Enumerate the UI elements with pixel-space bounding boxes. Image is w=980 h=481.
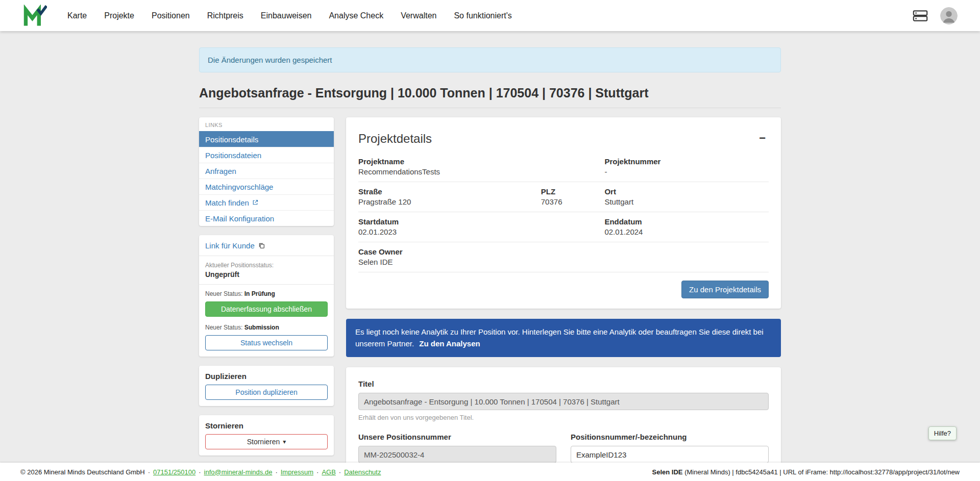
- startdatum-label: Startdatum: [358, 217, 604, 226]
- project-details-card: Projektdetails − Projektname Recommendat…: [346, 117, 781, 309]
- nav-item-verwalten[interactable]: Verwalten: [401, 11, 436, 20]
- projektname-value: RecommendationsTests: [358, 167, 604, 176]
- links-heading: LINKS: [199, 117, 334, 131]
- customer-link[interactable]: Link für Kunde: [205, 241, 328, 250]
- plz-label: PLZ: [541, 187, 605, 196]
- titel-input: [358, 393, 769, 410]
- go-to-project-details-button[interactable]: Zu den Projektdetails: [681, 281, 769, 298]
- duplicate-heading: Duplizieren: [205, 372, 328, 381]
- project-row-owner: Case Owner Selen IDE: [358, 242, 769, 272]
- footer: © 2026 Mineral Minds Deutschland GmbH 07…: [0, 463, 980, 481]
- page-title: Angebotsanfrage - Entsorgung | 10.000 To…: [199, 86, 781, 100]
- caret-down-icon: ▾: [283, 439, 286, 445]
- project-row-name-number: Projektname RecommendationsTests Projekt…: [358, 152, 769, 182]
- next-status-value: In Prüfung: [244, 290, 275, 297]
- cancel-dropdown-button[interactable]: Stornieren ▾: [205, 434, 328, 449]
- nav-item-so-funktionierts[interactable]: So funktioniert's: [454, 11, 511, 20]
- nav-item-karte[interactable]: Karte: [67, 11, 87, 20]
- title-divider: [199, 108, 781, 108]
- nav-right: [913, 7, 958, 24]
- position-number-label: Positionsnummer/-bezeichnung: [571, 433, 769, 441]
- current-status-label: Aktueller Positionsstatus:: [205, 262, 328, 269]
- sidebar: LINKS Positionsdetails Positionsdateien …: [199, 117, 334, 465]
- project-row-dates: Startdatum 02.01.2023 Enddatum 02.01.202…: [358, 212, 769, 242]
- ort-value: Stuttgart: [604, 197, 769, 206]
- next-status-1: Neuer Status: In Prüfung: [205, 290, 328, 297]
- enddatum-value: 02.01.2024: [604, 227, 769, 236]
- duplicate-position-button[interactable]: Position duplizieren: [205, 385, 328, 400]
- separator-dot: [316, 468, 319, 476]
- separator-dot: [148, 468, 151, 476]
- nav-item-projekte[interactable]: Projekte: [104, 11, 134, 20]
- separator-dot: [275, 468, 278, 476]
- collapse-icon[interactable]: −: [756, 132, 769, 145]
- nav-item-richtpreis[interactable]: Richtpreis: [207, 11, 243, 20]
- sidebar-item-positionsdateien[interactable]: Positionsdateien: [199, 147, 334, 163]
- cancel-button-label: Stornieren: [247, 438, 280, 446]
- app-logo[interactable]: [22, 5, 47, 27]
- projektnummer-value: -: [604, 167, 769, 176]
- sidebar-item-matchingvorschlaege[interactable]: Matchingvorschläge: [199, 179, 334, 194]
- position-number-input[interactable]: [571, 446, 769, 463]
- analytics-banner: Es liegt noch keine Analytik zu Ihrer Po…: [346, 319, 781, 357]
- next-status-label: Neuer Status:: [205, 290, 242, 297]
- titel-label: Titel: [358, 379, 769, 388]
- help-button[interactable]: Hilfe?: [928, 426, 957, 440]
- next-status-value: Submission: [244, 324, 279, 331]
- sidebar-item-match-finden[interactable]: Match finden: [199, 194, 334, 210]
- copy-icon: [258, 242, 265, 249]
- mineral-minds-logo-icon: [22, 5, 47, 27]
- customer-link-label: Link für Kunde: [205, 241, 255, 250]
- titel-group: Titel Erhält den von uns vorgegebenen Ti…: [358, 379, 769, 421]
- sidebar-links-card: LINKS Positionsdetails Positionsdateien …: [199, 117, 334, 226]
- change-status-button[interactable]: Status wechseln: [205, 335, 328, 350]
- go-to-analyses-link[interactable]: Zu den Analysen: [419, 339, 480, 348]
- copyright-text: © 2026 Mineral Minds Deutschland GmbH: [20, 468, 145, 476]
- startdatum-value: 02.01.2023: [358, 227, 604, 236]
- next-status-2: Neuer Status: Submission: [205, 324, 328, 331]
- project-details-heading: Projektdetails: [358, 132, 432, 146]
- finish-data-entry-button[interactable]: Datenerfassung abschließen: [205, 301, 328, 317]
- footer-phone-link[interactable]: 07151/250100: [153, 468, 195, 476]
- cancel-heading: Stornieren: [205, 421, 328, 430]
- cancel-card: Stornieren Stornieren ▾: [199, 415, 334, 455]
- external-link-icon: [252, 199, 258, 206]
- nav-item-positionen[interactable]: Positionen: [152, 11, 190, 20]
- case-owner-label: Case Owner: [358, 247, 604, 256]
- sidebar-item-positionsdetails[interactable]: Positionsdetails: [199, 131, 334, 147]
- case-owner-value: Selen IDE: [358, 258, 604, 266]
- footer-impressum-link[interactable]: Impressum: [281, 468, 313, 476]
- project-row-address: Straße Pragstraße 120 PLZ 70376 Ort Stut…: [358, 182, 769, 212]
- status-card: Link für Kunde Aktueller Positionsstatus…: [199, 235, 334, 357]
- titel-help: Erhält den von uns vorgegebenen Titel.: [358, 414, 769, 421]
- strasse-label: Straße: [358, 187, 541, 196]
- projektnummer-label: Projektnummer: [604, 157, 769, 166]
- footer-email-link[interactable]: info@mineral-minds.de: [204, 468, 273, 476]
- nav-item-analyse-check[interactable]: Analyse Check: [329, 11, 383, 20]
- footer-left: © 2026 Mineral Minds Deutschland GmbH 07…: [20, 468, 381, 476]
- sidebar-item-email-konfiguration[interactable]: E-Mail Konfiguration: [199, 210, 334, 226]
- footer-user-name: Selen IDE: [652, 468, 683, 476]
- user-avatar-icon[interactable]: [940, 7, 958, 24]
- divider: [199, 284, 334, 285]
- footer-agb-link[interactable]: AGB: [322, 468, 335, 476]
- projektname-label: Projektname: [358, 157, 604, 166]
- top-nav: Karte Projekte Positionen Richtpreis Ein…: [0, 0, 980, 31]
- current-status-value: Ungeprüft: [205, 270, 328, 279]
- our-position-number-label: Unsere Positionsnummer: [358, 433, 556, 441]
- next-status-label: Neuer Status:: [205, 324, 242, 331]
- sidebar-item-anfragen[interactable]: Anfragen: [199, 163, 334, 179]
- duplicate-card: Duplizieren Position duplizieren: [199, 366, 334, 406]
- separator-dot: [338, 468, 341, 476]
- footer-datenschutz-link[interactable]: Datenschutz: [344, 468, 381, 476]
- main-column: Projektdetails − Projektname Recommendat…: [346, 117, 781, 481]
- nav-item-einbauweisen[interactable]: Einbauweisen: [261, 11, 312, 20]
- separator-dot: [198, 468, 201, 476]
- footer-session-info: Selen IDE (Mineral Minds) | fdbc54245a41…: [652, 468, 960, 476]
- save-success-alert: Die Änderungen wurden gespeichert: [199, 47, 781, 72]
- plz-value: 70376: [541, 197, 605, 206]
- page-content: Die Änderungen wurden gespeichert Angebo…: [199, 31, 781, 481]
- sidebar-item-label: Match finden: [205, 198, 249, 207]
- server-icon[interactable]: [913, 10, 928, 22]
- enddatum-label: Enddatum: [604, 217, 769, 226]
